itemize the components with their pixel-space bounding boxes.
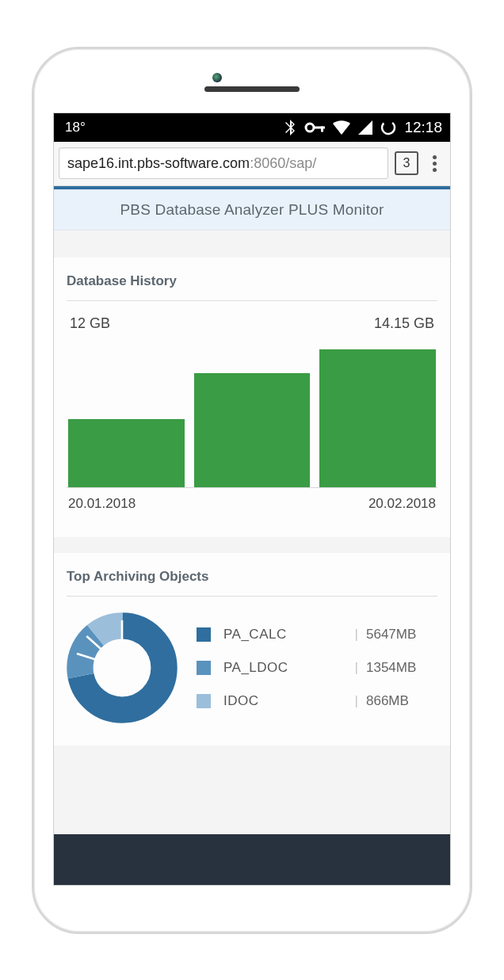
archiving-donut-chart	[67, 612, 178, 723]
section-archiving: Top Archiving Objects	[54, 553, 450, 745]
history-bottom-labels: 20.01.2018 20.02.2018	[67, 496, 437, 512]
history-bar-2	[194, 373, 311, 487]
history-title: Database History	[67, 273, 437, 301]
overflow-menu-icon[interactable]	[425, 155, 444, 172]
cell-icon	[358, 120, 372, 135]
legend-sep: |	[347, 693, 366, 709]
page-content: PBS Database Analyzer PLUS Monitor Datab…	[54, 186, 450, 885]
legend-row-pa-calc: PA_CALC | 5647MB	[197, 627, 437, 643]
page-title: PBS Database Analyzer PLUS Monitor	[54, 189, 450, 231]
wifi-icon	[333, 120, 350, 135]
history-bar-3	[319, 349, 436, 487]
svg-point-10	[97, 643, 147, 692]
svg-point-3	[380, 120, 396, 135]
browser-toolbar: sape16.int.pbs-software.com:8060/sap/ 3	[54, 142, 450, 186]
legend-label-pa-ldoc: PA_LDOC	[223, 660, 347, 676]
svg-rect-2	[321, 126, 323, 132]
legend-sep: |	[347, 627, 366, 643]
phone-frame: 18° 12:18 sape16.int.pbs-software.com:80…	[32, 47, 472, 934]
swatch-idoc	[197, 694, 211, 708]
history-start-date: 20.01.2018	[68, 496, 136, 512]
legend-label-idoc: IDOC	[223, 693, 347, 709]
phone-top	[48, 67, 456, 112]
loading-icon	[380, 120, 396, 135]
archiving-legend: PA_CALC | 5647MB PA_LDOC | 1354MB	[197, 627, 437, 709]
legend-label-pa-calc: PA_CALC	[223, 627, 347, 643]
legend-val-idoc: 866MB	[366, 693, 437, 709]
history-bar-chart: 12 GB 14.15 GB 20.01.2018 20.02.2018	[67, 309, 437, 515]
page-footer	[54, 834, 450, 885]
legend-val-pa-calc: 5647MB	[366, 627, 437, 643]
history-bars	[67, 337, 437, 488]
android-status-bar: 18° 12:18	[54, 113, 450, 142]
archiving-title: Top Archiving Objects	[67, 569, 437, 597]
legend-val-pa-ldoc: 1354MB	[366, 660, 437, 676]
history-bar-1	[68, 419, 185, 486]
legend-sep: |	[347, 660, 366, 676]
history-top-labels: 12 GB 14.15 GB	[67, 309, 437, 335]
url-bar[interactable]: sape16.int.pbs-software.com:8060/sap/	[59, 147, 388, 179]
history-right-label: 14.15 GB	[374, 315, 434, 332]
section-database-history: Database History 12 GB 14.15 GB 20.01.20…	[54, 257, 450, 537]
phone-speaker	[204, 86, 300, 92]
history-left-label: 12 GB	[70, 315, 110, 332]
key-icon	[304, 122, 325, 133]
tab-count-button[interactable]: 3	[395, 151, 418, 175]
status-clock: 12:18	[404, 119, 442, 136]
front-camera-icon	[212, 73, 222, 82]
bluetooth-icon	[284, 120, 296, 135]
status-temperature: 18°	[65, 120, 86, 135]
tab-count-value: 3	[403, 156, 410, 170]
status-right-icons: 12:18	[284, 119, 442, 136]
svg-point-0	[306, 124, 314, 132]
phone-screen: 18° 12:18 sape16.int.pbs-software.com:80…	[53, 112, 451, 886]
swatch-pa-calc	[197, 627, 211, 642]
url-host: sape16.int.pbs-software.com	[67, 155, 250, 172]
swatch-pa-ldoc	[197, 661, 211, 675]
legend-row-idoc: IDOC | 866MB	[197, 693, 437, 709]
legend-row-pa-ldoc: PA_LDOC | 1354MB	[197, 660, 437, 676]
url-rest: :8060/sap/	[250, 155, 316, 172]
history-end-date: 20.02.2018	[368, 496, 436, 512]
